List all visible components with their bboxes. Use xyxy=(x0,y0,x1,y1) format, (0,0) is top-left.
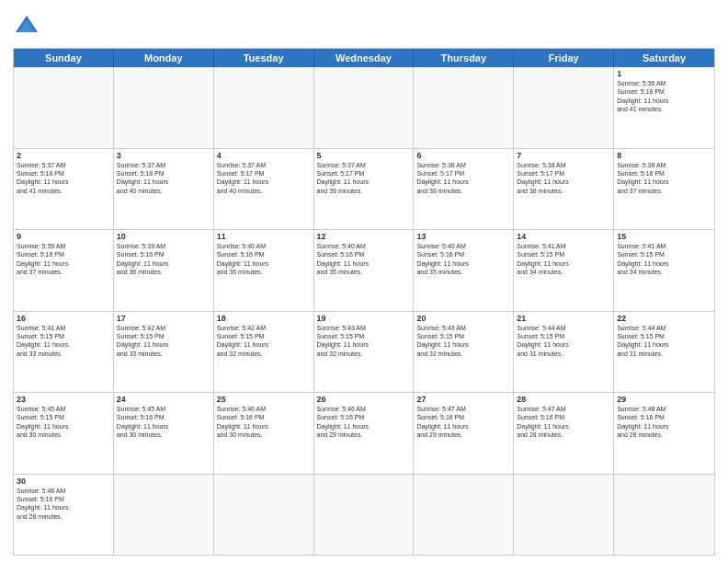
day-info: Sunrise: 5:38 AM Sunset: 5:17 PM Dayligh… xyxy=(517,161,610,196)
day-cell-empty xyxy=(514,475,614,556)
day-cell-10: 10Sunrise: 5:39 AM Sunset: 5:16 PM Dayli… xyxy=(114,230,214,311)
day-number: 11 xyxy=(217,232,311,241)
day-info: Sunrise: 5:46 AM Sunset: 5:16 PM Dayligh… xyxy=(217,405,311,440)
day-cell-27: 27Sunrise: 5:47 AM Sunset: 5:16 PM Dayli… xyxy=(414,393,514,474)
day-number: 21 xyxy=(517,314,610,323)
day-number: 22 xyxy=(617,314,711,323)
day-info: Sunrise: 5:37 AM Sunset: 5:17 PM Dayligh… xyxy=(317,161,411,196)
day-info: Sunrise: 5:41 AM Sunset: 5:15 PM Dayligh… xyxy=(517,242,610,277)
day-header-sunday: Sunday xyxy=(14,49,114,67)
day-number: 2 xyxy=(17,151,110,160)
day-cell-empty xyxy=(314,475,415,556)
day-info: Sunrise: 5:38 AM Sunset: 5:16 PM Dayligh… xyxy=(617,161,711,196)
day-header-wednesday: Wednesday xyxy=(314,49,415,67)
day-info: Sunrise: 5:42 AM Sunset: 5:15 PM Dayligh… xyxy=(217,324,311,359)
day-cell-empty xyxy=(114,67,214,148)
page: SundayMondayTuesdayWednesdayThursdayFrid… xyxy=(0,0,728,563)
day-header-monday: Monday xyxy=(114,49,214,67)
day-number: 15 xyxy=(617,232,711,241)
week-row-0: 1Sunrise: 5:36 AM Sunset: 5:18 PM Daylig… xyxy=(14,67,714,149)
day-cell-empty xyxy=(414,67,514,148)
day-header-thursday: Thursday xyxy=(414,49,514,67)
day-info: Sunrise: 5:45 AM Sunset: 5:16 PM Dayligh… xyxy=(117,405,210,440)
day-info: Sunrise: 5:37 AM Sunset: 5:18 PM Dayligh… xyxy=(17,161,110,196)
day-number: 5 xyxy=(317,151,411,160)
day-info: Sunrise: 5:37 AM Sunset: 5:17 PM Dayligh… xyxy=(217,161,311,196)
calendar: SundayMondayTuesdayWednesdayThursdayFrid… xyxy=(13,48,715,556)
day-cell-13: 13Sunrise: 5:40 AM Sunset: 5:16 PM Dayli… xyxy=(414,230,514,311)
day-number: 25 xyxy=(217,395,311,404)
day-cell-1: 1Sunrise: 5:36 AM Sunset: 5:18 PM Daylig… xyxy=(614,67,714,148)
day-number: 27 xyxy=(416,395,510,404)
day-cell-empty xyxy=(214,67,314,148)
day-number: 13 xyxy=(416,232,510,241)
day-header-tuesday: Tuesday xyxy=(214,49,314,67)
week-row-5: 30Sunrise: 5:48 AM Sunset: 5:16 PM Dayli… xyxy=(14,475,714,556)
week-row-2: 9Sunrise: 5:39 AM Sunset: 5:16 PM Daylig… xyxy=(14,230,714,312)
day-cell-empty xyxy=(314,67,415,148)
header xyxy=(13,9,715,40)
day-info: Sunrise: 5:44 AM Sunset: 5:15 PM Dayligh… xyxy=(617,324,711,359)
day-info: Sunrise: 5:40 AM Sunset: 5:16 PM Dayligh… xyxy=(217,242,311,277)
day-number: 18 xyxy=(217,314,311,323)
day-cell-30: 30Sunrise: 5:48 AM Sunset: 5:16 PM Dayli… xyxy=(14,475,114,556)
day-number: 19 xyxy=(317,314,411,323)
day-info: Sunrise: 5:40 AM Sunset: 5:16 PM Dayligh… xyxy=(317,242,411,277)
day-number: 4 xyxy=(217,151,311,160)
day-number: 30 xyxy=(17,477,110,486)
day-number: 8 xyxy=(617,151,711,160)
day-cell-5: 5Sunrise: 5:37 AM Sunset: 5:17 PM Daylig… xyxy=(314,149,415,230)
day-cell-23: 23Sunrise: 5:45 AM Sunset: 5:15 PM Dayli… xyxy=(14,393,114,474)
day-info: Sunrise: 5:39 AM Sunset: 5:16 PM Dayligh… xyxy=(117,242,210,277)
day-number: 9 xyxy=(17,232,110,241)
day-info: Sunrise: 5:43 AM Sunset: 5:15 PM Dayligh… xyxy=(317,324,411,359)
week-row-1: 2Sunrise: 5:37 AM Sunset: 5:18 PM Daylig… xyxy=(14,149,714,231)
day-cell-4: 4Sunrise: 5:37 AM Sunset: 5:17 PM Daylig… xyxy=(214,149,314,230)
day-number: 17 xyxy=(117,314,210,323)
day-cell-29: 29Sunrise: 5:48 AM Sunset: 5:16 PM Dayli… xyxy=(614,393,714,474)
day-cell-11: 11Sunrise: 5:40 AM Sunset: 5:16 PM Dayli… xyxy=(214,230,314,311)
day-number: 12 xyxy=(317,232,411,241)
day-cell-26: 26Sunrise: 5:46 AM Sunset: 5:16 PM Dayli… xyxy=(314,393,415,474)
day-cell-17: 17Sunrise: 5:42 AM Sunset: 5:15 PM Dayli… xyxy=(114,312,214,393)
day-number: 20 xyxy=(416,314,510,323)
day-number: 1 xyxy=(617,69,711,78)
logo xyxy=(13,13,44,40)
day-headers: SundayMondayTuesdayWednesdayThursdayFrid… xyxy=(14,49,714,67)
day-cell-19: 19Sunrise: 5:43 AM Sunset: 5:15 PM Dayli… xyxy=(314,312,415,393)
day-info: Sunrise: 5:38 AM Sunset: 5:17 PM Dayligh… xyxy=(416,161,510,196)
day-number: 16 xyxy=(17,314,110,323)
day-cell-18: 18Sunrise: 5:42 AM Sunset: 5:15 PM Dayli… xyxy=(214,312,314,393)
day-info: Sunrise: 5:45 AM Sunset: 5:15 PM Dayligh… xyxy=(17,405,110,440)
day-cell-empty xyxy=(514,67,614,148)
day-header-friday: Friday xyxy=(514,49,614,67)
day-cell-20: 20Sunrise: 5:43 AM Sunset: 5:15 PM Dayli… xyxy=(414,312,514,393)
day-cell-2: 2Sunrise: 5:37 AM Sunset: 5:18 PM Daylig… xyxy=(14,149,114,230)
day-cell-14: 14Sunrise: 5:41 AM Sunset: 5:15 PM Dayli… xyxy=(514,230,614,311)
logo-icon xyxy=(13,13,40,40)
calendar-body: 1Sunrise: 5:36 AM Sunset: 5:18 PM Daylig… xyxy=(14,67,714,555)
day-info: Sunrise: 5:40 AM Sunset: 5:16 PM Dayligh… xyxy=(416,242,510,277)
day-number: 7 xyxy=(517,151,610,160)
day-number: 28 xyxy=(517,395,610,404)
day-cell-22: 22Sunrise: 5:44 AM Sunset: 5:15 PM Dayli… xyxy=(614,312,714,393)
day-cell-12: 12Sunrise: 5:40 AM Sunset: 5:16 PM Dayli… xyxy=(314,230,415,311)
day-number: 26 xyxy=(317,395,411,404)
day-info: Sunrise: 5:37 AM Sunset: 5:18 PM Dayligh… xyxy=(117,161,210,196)
week-row-3: 16Sunrise: 5:41 AM Sunset: 5:15 PM Dayli… xyxy=(14,312,714,394)
day-number: 6 xyxy=(416,151,510,160)
day-cell-empty xyxy=(414,475,514,556)
day-number: 10 xyxy=(117,232,210,241)
day-cell-9: 9Sunrise: 5:39 AM Sunset: 5:16 PM Daylig… xyxy=(14,230,114,311)
day-cell-empty xyxy=(14,67,114,148)
day-cell-28: 28Sunrise: 5:47 AM Sunset: 5:16 PM Dayli… xyxy=(514,393,614,474)
day-number: 24 xyxy=(117,395,210,404)
day-info: Sunrise: 5:39 AM Sunset: 5:16 PM Dayligh… xyxy=(17,242,110,277)
day-info: Sunrise: 5:44 AM Sunset: 5:15 PM Dayligh… xyxy=(517,324,610,359)
day-cell-3: 3Sunrise: 5:37 AM Sunset: 5:18 PM Daylig… xyxy=(114,149,214,230)
day-info: Sunrise: 5:43 AM Sunset: 5:15 PM Dayligh… xyxy=(416,324,510,359)
day-number: 14 xyxy=(517,232,610,241)
day-info: Sunrise: 5:48 AM Sunset: 5:16 PM Dayligh… xyxy=(17,487,110,522)
day-info: Sunrise: 5:47 AM Sunset: 5:16 PM Dayligh… xyxy=(517,405,610,440)
day-info: Sunrise: 5:41 AM Sunset: 5:15 PM Dayligh… xyxy=(17,324,110,359)
